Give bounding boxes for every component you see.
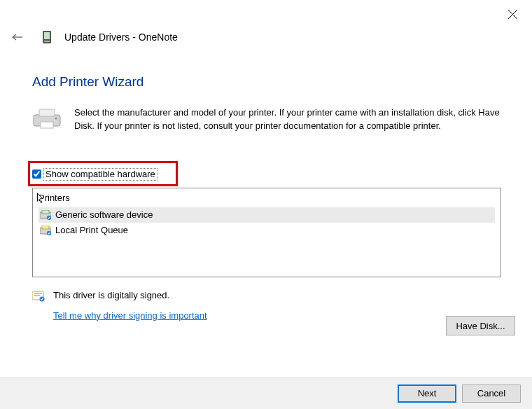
printer-icon xyxy=(32,108,62,130)
list-item-label: Local Print Queue xyxy=(55,224,128,237)
printer-item-icon xyxy=(40,210,51,220)
update-drivers-dialog: Update Drivers - OneNote Add Printer Wiz… xyxy=(0,0,532,409)
svg-rect-4 xyxy=(44,32,50,39)
dialog-footer: Next Cancel xyxy=(0,377,532,409)
svg-rect-8 xyxy=(41,122,53,128)
device-icon xyxy=(42,30,52,44)
close-button[interactable] xyxy=(503,4,522,24)
titlebar: Update Drivers - OneNote xyxy=(8,28,524,46)
show-compatible-label[interactable]: Show compatible hardware xyxy=(43,168,158,181)
have-disk-button[interactable]: Have Disk... xyxy=(446,316,515,335)
signing-help-link[interactable]: Tell me why driver signing is important xyxy=(53,310,207,321)
svg-rect-11 xyxy=(42,210,49,214)
signing-row: This driver is digitally signed. Tell me… xyxy=(32,290,515,321)
list-item-label: Generic software device xyxy=(55,209,153,221)
printer-listbox[interactable]: Printers Generic software device Loca xyxy=(32,188,501,277)
show-compatible-checkbox[interactable] xyxy=(32,169,41,179)
svg-rect-7 xyxy=(39,109,55,116)
wizard-heading: Add Printer Wizard xyxy=(32,74,515,90)
back-button[interactable] xyxy=(8,28,27,46)
printer-item-icon xyxy=(40,226,51,235)
list-item[interactable]: Generic software device xyxy=(38,207,495,223)
svg-point-9 xyxy=(55,118,57,120)
certificate-icon xyxy=(32,291,45,302)
cancel-button[interactable]: Cancel xyxy=(462,384,521,403)
svg-rect-5 xyxy=(44,41,50,42)
intro-row: Select the manufacturer and model of you… xyxy=(32,106,515,133)
svg-rect-14 xyxy=(42,226,49,229)
signed-text: This driver is digitally signed. xyxy=(53,290,207,300)
compat-checkbox-row: Show compatible hardware xyxy=(32,167,515,182)
svg-rect-18 xyxy=(34,295,40,296)
list-item[interactable]: Local Print Queue xyxy=(38,223,495,238)
window-title: Update Drivers - OneNote xyxy=(64,32,178,43)
svg-rect-17 xyxy=(34,293,42,294)
next-button[interactable]: Next xyxy=(398,384,456,403)
content-area: Add Printer Wizard Select the manufactur… xyxy=(32,67,515,321)
intro-text: Select the manufacturer and model of you… xyxy=(74,106,515,133)
listbox-heading: Printers xyxy=(38,193,495,203)
